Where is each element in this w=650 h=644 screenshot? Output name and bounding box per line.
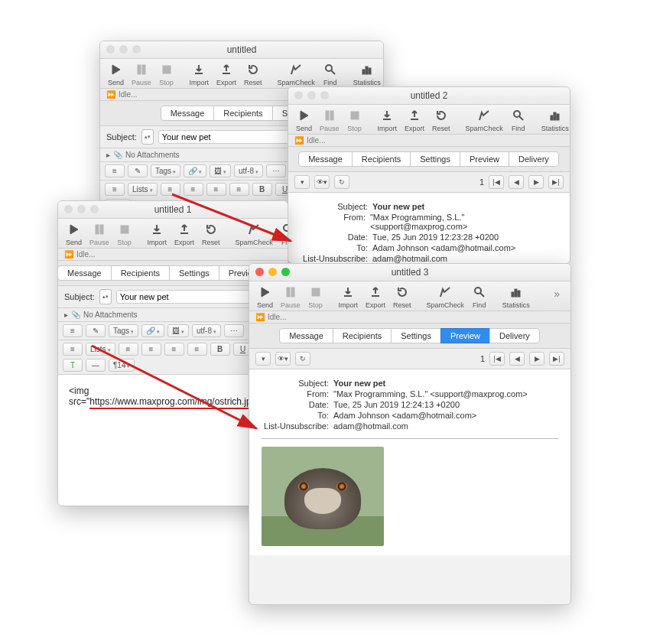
- titlebar[interactable]: untitled 3: [249, 264, 570, 281]
- tab-settings[interactable]: Settings: [410, 151, 460, 167]
- tab-recipients[interactable]: Recipients: [352, 151, 411, 167]
- nav-first-btn[interactable]: |◀: [489, 352, 505, 366]
- import-button[interactable]: Import: [190, 62, 210, 86]
- tab-delivery[interactable]: Delivery: [509, 151, 559, 167]
- nav-next-btn[interactable]: ▶: [529, 352, 544, 366]
- pause-button[interactable]: Pause: [132, 62, 151, 86]
- eye-btn[interactable]: 👁▾: [275, 352, 291, 366]
- stop-button[interactable]: Stop: [308, 285, 323, 309]
- nav-prev-btn[interactable]: ◀: [509, 352, 525, 366]
- stop-button[interactable]: Stop: [347, 108, 362, 132]
- hr-btn[interactable]: —: [86, 359, 106, 372]
- traffic-lights[interactable]: [255, 268, 290, 276]
- align-right-btn[interactable]: ≡: [164, 343, 184, 356]
- titlebar[interactable]: untitled 1: [58, 201, 288, 219]
- reset-button[interactable]: Reset: [244, 62, 262, 86]
- tags-dropdown[interactable]: Tags: [109, 324, 138, 337]
- list-btn[interactable]: ≡: [63, 324, 83, 337]
- tab-message[interactable]: Message: [298, 151, 353, 167]
- tab-message[interactable]: Message: [161, 106, 215, 121]
- align-just-btn[interactable]: ≡: [229, 183, 249, 196]
- statistics-button[interactable]: Statistics: [353, 62, 381, 86]
- tab-message[interactable]: Message: [57, 265, 112, 281]
- tab-settings[interactable]: Settings: [391, 328, 441, 343]
- tab-preview[interactable]: Preview: [440, 328, 490, 343]
- para-btn[interactable]: ¶14: [109, 359, 135, 372]
- find-button[interactable]: Find: [281, 222, 288, 246]
- pause-button[interactable]: Pause: [281, 285, 301, 309]
- import-button[interactable]: Import: [148, 222, 167, 246]
- statistics-button[interactable]: Statistics: [502, 285, 530, 309]
- send-button[interactable]: Send: [108, 62, 124, 86]
- img-dropdown[interactable]: 🖼: [167, 324, 189, 337]
- export-button[interactable]: Export: [405, 108, 424, 132]
- nav-last-btn[interactable]: ▶|: [548, 175, 564, 189]
- tab-message[interactable]: Message: [279, 328, 333, 343]
- align-right-btn[interactable]: ≡: [206, 183, 226, 196]
- find-button[interactable]: Find: [323, 62, 338, 86]
- align-center-btn[interactable]: ≡: [141, 343, 161, 356]
- pause-button[interactable]: Pause: [320, 108, 340, 132]
- encoding-dropdown[interactable]: utf-8: [192, 324, 221, 337]
- send-button[interactable]: Send: [257, 285, 273, 309]
- img-dropdown[interactable]: 🖼: [210, 164, 231, 177]
- nav-prev-btn[interactable]: ◀: [509, 175, 524, 189]
- traffic-lights[interactable]: [294, 91, 329, 99]
- traffic-lights[interactable]: [106, 45, 141, 54]
- link-dropdown[interactable]: 🔗: [184, 164, 206, 177]
- bold-btn[interactable]: B: [210, 343, 230, 356]
- titlebar[interactable]: untitled 2: [288, 87, 570, 105]
- align-left-btn[interactable]: ≡: [119, 343, 138, 356]
- expand-icon[interactable]: ⏩: [255, 313, 265, 321]
- align-just-btn[interactable]: ≡: [187, 343, 207, 356]
- list-btn[interactable]: ≡: [105, 164, 125, 177]
- expand-icon[interactable]: ⏩: [294, 136, 304, 145]
- titlebar[interactable]: untitled: [100, 41, 383, 59]
- nav-last-btn[interactable]: ▶|: [549, 352, 564, 366]
- traffic-lights[interactable]: [64, 205, 99, 213]
- brush-btn[interactable]: ✎: [128, 164, 148, 177]
- align-center-btn[interactable]: ≡: [184, 183, 203, 196]
- find-button[interactable]: Find: [472, 285, 487, 309]
- lists-dropdown[interactable]: Lists: [86, 343, 115, 356]
- find-button[interactable]: Find: [511, 108, 526, 132]
- refresh-btn[interactable]: ↻: [334, 175, 349, 189]
- toolbar-overflow[interactable]: »: [551, 285, 563, 303]
- spamcheck-button[interactable]: SpamCheck: [466, 108, 503, 132]
- expand-icon[interactable]: ⏩: [64, 250, 73, 259]
- expand-btn[interactable]: ▾: [294, 175, 310, 189]
- refresh-btn[interactable]: ↻: [295, 352, 310, 366]
- tab-delivery[interactable]: Delivery: [489, 328, 540, 343]
- brush-btn[interactable]: ✎: [86, 324, 106, 337]
- export-button[interactable]: Export: [174, 222, 194, 246]
- pause-button[interactable]: Pause: [89, 222, 109, 246]
- export-button[interactable]: Export: [216, 62, 236, 86]
- eye-btn[interactable]: 👁▾: [314, 175, 330, 189]
- reset-button[interactable]: Reset: [393, 285, 411, 309]
- opt-btn[interactable]: ⋯: [224, 324, 244, 337]
- tab-preview[interactable]: Preview: [460, 151, 509, 167]
- ul-btn[interactable]: ≡: [63, 343, 83, 356]
- expand-icon[interactable]: ⏩: [106, 90, 115, 99]
- import-button[interactable]: Import: [339, 285, 359, 309]
- ul-btn[interactable]: ≡: [105, 183, 125, 196]
- statistics-button[interactable]: Statistics: [541, 108, 569, 132]
- link-dropdown[interactable]: 🔗: [141, 324, 164, 337]
- tab-recipients[interactable]: Recipients: [111, 265, 170, 281]
- expand-btn[interactable]: ▾: [255, 352, 271, 366]
- lists-dropdown[interactable]: Lists: [128, 183, 158, 196]
- import-button[interactable]: Import: [378, 108, 398, 132]
- tags-dropdown[interactable]: Tags: [151, 164, 180, 177]
- spamcheck-button[interactable]: SpamCheck: [236, 222, 273, 246]
- reset-button[interactable]: Reset: [202, 222, 220, 246]
- send-button[interactable]: Send: [66, 222, 82, 246]
- nav-next-btn[interactable]: ▶: [528, 175, 544, 189]
- stop-button[interactable]: Stop: [117, 222, 132, 246]
- subject-stepper[interactable]: ▴▾: [99, 289, 112, 304]
- tab-settings[interactable]: Settings: [169, 265, 219, 281]
- export-button[interactable]: Export: [366, 285, 385, 309]
- bold-btn[interactable]: B: [252, 183, 272, 196]
- stop-button[interactable]: Stop: [159, 62, 174, 86]
- spamcheck-button[interactable]: SpamCheck: [427, 285, 464, 309]
- subject-stepper[interactable]: ▴▾: [141, 129, 154, 145]
